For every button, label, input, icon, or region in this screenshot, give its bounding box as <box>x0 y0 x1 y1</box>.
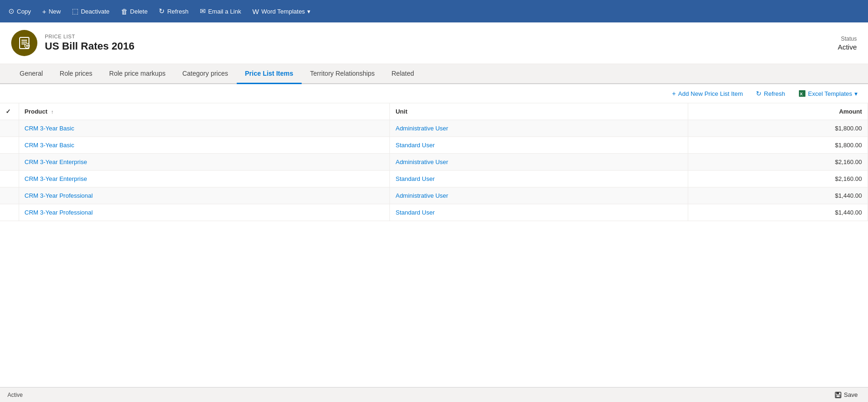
new-button[interactable]: + New <box>37 5 65 18</box>
row-amount: $1,800.00 <box>688 137 868 154</box>
email-icon: ✉ <box>200 7 206 15</box>
row-unit: Administrative User <box>390 120 688 137</box>
table-row[interactable]: CRM 3-Year Professional Administrative U… <box>0 187 868 204</box>
row-unit: Standard User <box>390 137 688 154</box>
amount-column-header[interactable]: Amount <box>688 103 868 120</box>
tab-general[interactable]: General <box>11 64 51 84</box>
row-check[interactable] <box>0 120 19 137</box>
row-check[interactable] <box>0 137 19 154</box>
status-bar-right: Save <box>832 390 861 399</box>
record-type: PRICE LIST <box>45 34 830 39</box>
row-check[interactable] <box>0 171 19 187</box>
status-bar: Active Save <box>0 387 868 402</box>
copy-icon: ⊙ <box>8 7 14 15</box>
record-info: PRICE LIST US Bill Rates 2016 <box>45 34 830 52</box>
table-row[interactable]: CRM 3-Year Basic Administrative User $1,… <box>0 120 868 137</box>
record-avatar <box>11 30 37 56</box>
grid-refresh-button[interactable]: ↻ Refresh <box>753 88 788 99</box>
deactivate-button[interactable]: ⬚ Deactivate <box>67 4 114 18</box>
svg-text:X: X <box>800 92 803 96</box>
tabs-bar: General Role prices Role price markups C… <box>0 64 868 84</box>
tab-price-list-items[interactable]: Price List Items <box>237 64 302 84</box>
add-new-price-list-item-button[interactable]: + Add New Price List Item <box>669 88 746 99</box>
main-content: PRICE LIST US Bill Rates 2016 Status Act… <box>0 22 868 387</box>
refresh-icon: ↻ <box>159 7 165 15</box>
excel-templates-button[interactable]: X Excel Templates ▾ <box>796 88 861 99</box>
table-row[interactable]: CRM 3-Year Enterprise Administrative Use… <box>0 154 868 171</box>
table-wrapper[interactable]: ✓ Product ↑ Unit Amount <box>0 103 868 387</box>
record-name: US Bill Rates 2016 <box>45 40 830 52</box>
sort-icon: ↑ <box>51 109 54 115</box>
tab-territory-relationships[interactable]: Territory Relationships <box>302 64 383 84</box>
row-check[interactable] <box>0 204 19 221</box>
excel-dropdown-icon: ▾ <box>854 90 858 97</box>
status-bar-status: Active <box>7 392 23 398</box>
refresh-button[interactable]: ↻ Refresh <box>154 4 193 18</box>
toolbar: ⊙ Copy + New ⬚ Deactivate 🗑 Delete ↻ Ref… <box>0 0 868 22</box>
product-column-header[interactable]: Product ↑ <box>19 103 390 120</box>
row-unit: Administrative User <box>390 187 688 204</box>
check-all-icon: ✓ <box>6 108 11 115</box>
row-product[interactable]: CRM 3-Year Basic <box>19 137 390 154</box>
row-product[interactable]: CRM 3-Year Enterprise <box>19 171 390 187</box>
add-icon: + <box>672 90 676 97</box>
tab-role-price-markups[interactable]: Role price markups <box>101 64 174 84</box>
record-status: Status Active <box>838 36 857 51</box>
select-all-header[interactable]: ✓ <box>0 103 19 120</box>
price-list-icon <box>18 36 31 50</box>
status-label: Status <box>838 36 857 42</box>
grid-section: + Add New Price List Item ↻ Refresh X Ex… <box>0 84 868 387</box>
save-icon <box>835 392 841 398</box>
tab-role-prices[interactable]: Role prices <box>51 64 101 84</box>
row-check[interactable] <box>0 154 19 171</box>
status-value: Active <box>838 43 857 51</box>
row-amount: $1,440.00 <box>688 187 868 204</box>
excel-icon: X <box>798 90 806 97</box>
record-header: PRICE LIST US Bill Rates 2016 Status Act… <box>0 22 868 64</box>
svg-rect-11 <box>836 395 840 397</box>
row-amount: $1,800.00 <box>688 120 868 137</box>
row-amount: $1,440.00 <box>688 204 868 221</box>
copy-button[interactable]: ⊙ Copy <box>4 4 35 18</box>
row-product[interactable]: CRM 3-Year Basic <box>19 120 390 137</box>
grid-refresh-icon: ↻ <box>756 90 762 97</box>
tab-category-prices[interactable]: Category prices <box>174 64 236 84</box>
add-icon: + <box>42 7 46 15</box>
unit-column-header[interactable]: Unit <box>390 103 688 120</box>
row-amount: $2,160.00 <box>688 154 868 171</box>
word-templates-button[interactable]: W Word Templates ▾ <box>247 5 315 18</box>
table-row[interactable]: CRM 3-Year Professional Standard User $1… <box>0 204 868 221</box>
table-row[interactable]: CRM 3-Year Basic Standard User $1,800.00 <box>0 137 868 154</box>
delete-button[interactable]: 🗑 Delete <box>116 5 153 18</box>
price-list-items-table: ✓ Product ↑ Unit Amount <box>0 103 868 221</box>
deactivate-icon: ⬚ <box>72 7 78 15</box>
svg-rect-10 <box>836 392 839 394</box>
row-unit: Administrative User <box>390 154 688 171</box>
row-unit: Standard User <box>390 204 688 221</box>
dropdown-chevron-icon: ▾ <box>307 8 311 15</box>
save-button[interactable]: Save <box>832 390 861 399</box>
row-product[interactable]: CRM 3-Year Enterprise <box>19 154 390 171</box>
row-product[interactable]: CRM 3-Year Professional <box>19 204 390 221</box>
grid-toolbar: + Add New Price List Item ↻ Refresh X Ex… <box>0 84 868 103</box>
table-row[interactable]: CRM 3-Year Enterprise Standard User $2,1… <box>0 171 868 187</box>
tab-related[interactable]: Related <box>383 64 423 84</box>
row-product[interactable]: CRM 3-Year Professional <box>19 187 390 204</box>
row-check[interactable] <box>0 187 19 204</box>
svg-rect-0 <box>20 37 29 49</box>
row-unit: Standard User <box>390 171 688 187</box>
row-amount: $2,160.00 <box>688 171 868 187</box>
delete-icon: 🗑 <box>121 7 128 15</box>
email-link-button[interactable]: ✉ Email a Link <box>195 4 246 18</box>
word-icon: W <box>252 7 259 15</box>
